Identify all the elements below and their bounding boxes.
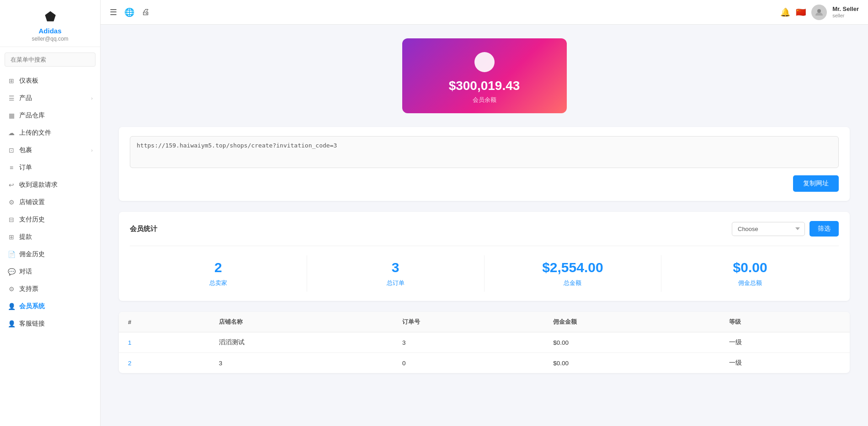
sidebar-item-label: 会员系统 <box>19 302 45 310</box>
membership-icon: 👤 <box>7 303 16 310</box>
stat-label-orders: 总订单 <box>307 279 484 287</box>
shop-settings-icon: ⚙ <box>7 199 16 206</box>
table-cell-3: $0.00 <box>544 332 720 353</box>
sidebar-item-dialogue[interactable]: 💬 对话 <box>0 263 100 280</box>
stat-total-commission: $0.00 佣金总额 <box>661 255 839 292</box>
brand-email: seller@qq.com <box>32 36 68 42</box>
language-flag[interactable]: 🇨🇳 <box>796 7 806 17</box>
warehouse-icon: ▦ <box>7 112 16 119</box>
sidebar-item-label: 支付历史 <box>19 216 45 224</box>
members-table: # 店铺名称 订单号 佣金金额 等级 1滔滔测试3$0.00一级230$0.00… <box>119 312 850 373</box>
stat-label-commission: 佣金总额 <box>661 279 839 287</box>
sidebar-item-membership[interactable]: 👤 会员系统 <box>0 298 100 315</box>
sidebar-search-input[interactable] <box>5 53 96 67</box>
stat-label-sellers: 总卖家 <box>130 279 307 287</box>
sidebar-item-customer-link[interactable]: 👤 客服链接 <box>0 315 100 332</box>
stat-value-sellers: 2 <box>130 260 307 275</box>
refunds-icon: ↩ <box>7 181 16 189</box>
sidebar-item-withdraw[interactable]: ⊞ 提款 <box>0 228 100 246</box>
packages-icon: ⊡ <box>7 147 16 154</box>
table-header-row: # 店铺名称 订单号 佣金金额 等级 <box>119 312 850 332</box>
topbar-username: Mr. Seller <box>832 5 859 13</box>
sidebar-item-label: 订单 <box>19 163 32 172</box>
stat-total-sellers: 2 总卖家 <box>130 255 307 292</box>
balance-label: 会员余额 <box>411 96 558 104</box>
col-id: # <box>119 312 210 332</box>
sidebar: ⬟ Adidas seller@qq.com ⊞ 仪表板 ☰ 产品 › ▦ 产品… <box>0 0 101 426</box>
globe-icon[interactable]: 🌐 <box>124 7 134 17</box>
sidebar-item-products[interactable]: ☰ 产品 › <box>0 89 100 107</box>
sidebar-item-shop-settings[interactable]: ⚙ 店铺设置 <box>0 194 100 211</box>
table-cell-1: 3 <box>210 353 393 373</box>
sidebar-item-packages[interactable]: ⊡ 包裹 › <box>0 142 100 159</box>
avatar <box>811 5 827 20</box>
balance-card: $300,019.43 会员余额 <box>402 38 567 113</box>
stat-value-commission: $0.00 <box>661 260 839 275</box>
table-cell-0[interactable]: 2 <box>119 353 210 373</box>
table-wrapper: # 店铺名称 订单号 佣金金额 等级 1滔滔测试3$0.00一级230$0.00… <box>119 312 850 373</box>
dashboard-icon: ⊞ <box>7 77 16 84</box>
filter-button[interactable]: 筛选 <box>809 221 839 237</box>
sidebar-item-dashboard[interactable]: ⊞ 仪表板 <box>0 72 100 89</box>
stats-title: 会员统计 <box>130 225 157 233</box>
print-icon[interactable]: 🖨 <box>142 7 150 17</box>
stat-label-amount: 总金额 <box>485 279 661 287</box>
topbar-right: 🔔 🇨🇳 Mr. Seller seller <box>780 5 859 20</box>
sidebar-item-label: 店铺设置 <box>19 198 45 206</box>
support-icon: ⚙ <box>7 285 16 293</box>
sidebar-logo: ⬟ Adidas seller@qq.com <box>0 0 100 47</box>
stats-section: 会员统计 Choose 筛选 2 总卖家 3 总订单 $2 <box>119 212 850 301</box>
sidebar-item-payment-history[interactable]: ⊟ 支付历史 <box>0 211 100 228</box>
choose-select[interactable]: Choose <box>732 222 805 236</box>
sidebar-item-label: 收到退款请求 <box>19 181 58 189</box>
table-cell-0[interactable]: 1 <box>119 332 210 353</box>
col-order-no: 订单号 <box>393 312 544 332</box>
sidebar-item-label: 支持票 <box>19 285 38 293</box>
topbar-left: ☰ 🌐 🖨 <box>110 7 150 17</box>
svg-point-0 <box>817 9 821 13</box>
sidebar-item-label: 包裹 <box>19 146 32 154</box>
col-commission: 佣金金额 <box>544 312 720 332</box>
sidebar-item-refunds[interactable]: ↩ 收到退款请求 <box>0 176 100 194</box>
dialogue-icon: 💬 <box>7 268 16 275</box>
sidebar-item-label: 对话 <box>19 268 32 276</box>
stat-value-amount: $2,554.00 <box>485 260 661 275</box>
col-level: 等级 <box>720 312 850 332</box>
chevron-right-icon: › <box>91 95 93 101</box>
stats-filter: Choose 筛选 <box>732 221 839 237</box>
table-row: 230$0.00一级 <box>119 353 850 373</box>
commission-icon: 📄 <box>7 251 16 258</box>
sidebar-item-label: 产品 <box>19 94 32 102</box>
table-cell-1: 滔滔测试 <box>210 332 393 353</box>
copy-url-button[interactable]: 复制网址 <box>793 175 839 192</box>
stats-header: 会员统计 Choose 筛选 <box>130 221 839 237</box>
sidebar-item-commission[interactable]: 📄 佣金历史 <box>0 246 100 263</box>
topbar-role: seller <box>832 13 859 19</box>
table-cell-4: 一级 <box>720 353 850 373</box>
sidebar-nav: ⊞ 仪表板 ☰ 产品 › ▦ 产品仓库 ☁ 上传的文件 ⊡ <box>0 72 100 426</box>
products-icon: ☰ <box>7 95 16 102</box>
sidebar-item-label: 客服链接 <box>19 320 45 328</box>
notification-bell-icon[interactable]: 🔔 <box>780 7 790 17</box>
sidebar-item-label: 仪表板 <box>19 77 38 85</box>
brand-name: Adidas <box>38 27 61 35</box>
sidebar-item-support[interactable]: ⚙ 支持票 <box>0 280 100 298</box>
sidebar-item-uploads[interactable]: ☁ 上传的文件 <box>0 124 100 142</box>
brand-icon: ⬟ <box>45 9 56 24</box>
menu-icon[interactable]: ☰ <box>110 7 117 17</box>
stats-grid: 2 总卖家 3 总订单 $2,554.00 总金额 $0.00 佣金总额 <box>130 246 839 292</box>
url-actions: 复制网址 <box>130 175 839 192</box>
stat-total-orders: 3 总订单 <box>307 255 485 292</box>
topbar-user-info: Mr. Seller seller <box>832 5 859 19</box>
col-shop-name: 店铺名称 <box>210 312 393 332</box>
sidebar-item-orders[interactable]: ≡ 订单 <box>0 159 100 176</box>
stat-total-amount: $2,554.00 总金额 <box>485 255 662 292</box>
withdraw-icon: ⊞ <box>7 233 16 241</box>
stat-value-orders: 3 <box>307 260 484 275</box>
customer-link-icon: 👤 <box>7 320 16 327</box>
invitation-url-textarea[interactable]: https://159.haiwaiym5.top/shops/create?i… <box>130 136 839 168</box>
payment-icon: ⊟ <box>7 216 16 223</box>
chevron-right-icon: › <box>91 147 93 153</box>
table-cell-3: $0.00 <box>544 353 720 373</box>
sidebar-item-warehouse[interactable]: ▦ 产品仓库 <box>0 107 100 124</box>
